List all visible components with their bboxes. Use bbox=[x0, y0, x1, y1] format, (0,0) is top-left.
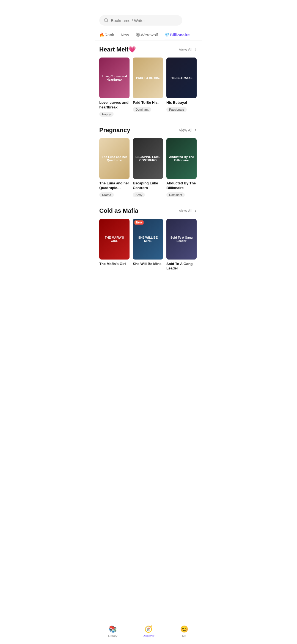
section-title-heart-melt: Heart Melt💗 bbox=[99, 46, 136, 53]
book-cover-img-book-2: PAID TO BE HIS. bbox=[133, 58, 163, 98]
section-header-cold-as-mafia: Cold as MafiaView All bbox=[99, 207, 198, 214]
book-cover-img-book-1: Love, Curves and Heartbreak bbox=[99, 58, 130, 98]
status-bar bbox=[95, 0, 202, 12]
book-cover-book-11: Sold To A Gang Leader bbox=[166, 219, 197, 260]
book-cover-book-2: PAID TO BE HIS. bbox=[133, 58, 163, 98]
category-tabs: 🔥RankNew🐺Werewolf💎Billionaire bbox=[95, 30, 202, 40]
book-cover-book-5: The Luna and her Quadruple bbox=[99, 138, 130, 179]
nav-tab-billionaire[interactable]: 💎Billionaire bbox=[164, 30, 190, 40]
book-cover-book-3: HIS BETRAYAL bbox=[166, 58, 197, 98]
book-card-book-1[interactable]: Love, Curves and HeartbreakLove, curves … bbox=[99, 58, 130, 117]
book-tag-book-5: Drama bbox=[99, 192, 114, 197]
book-tag-book-3: Passionate bbox=[166, 107, 187, 112]
book-card-book-6[interactable]: ESCAPING LUKE CONTREROEscaping Luke Cont… bbox=[133, 138, 163, 197]
book-card-book-10[interactable]: SHE WILL BE MINENewShe Will Be Mine bbox=[133, 219, 163, 273]
nav-tab-werewolf[interactable]: 🐺Werewolf bbox=[136, 30, 158, 40]
view-all-cold-as-mafia[interactable]: View All bbox=[179, 209, 198, 213]
book-card-book-7[interactable]: Abducted By The BillionaireAbducted By T… bbox=[166, 138, 197, 197]
book-tag-book-7: Dominant bbox=[166, 192, 185, 197]
search-icon bbox=[104, 18, 109, 23]
section-header-pregnancy: PregnancyView All bbox=[99, 127, 198, 134]
nav-tab-new[interactable]: New bbox=[121, 30, 129, 40]
book-card-book-5[interactable]: The Luna and her QuadrupleThe Luna and h… bbox=[99, 138, 130, 197]
book-title-book-7: Abducted By The Billionaire bbox=[166, 181, 197, 190]
book-title-book-5: The Luna and her Quadruple… bbox=[99, 181, 130, 190]
view-all-pregnancy[interactable]: View All bbox=[179, 128, 198, 132]
book-card-book-11[interactable]: Sold To A Gang LeaderSold To A Gang Lead… bbox=[166, 219, 197, 273]
book-cover-book-6: ESCAPING LUKE CONTRERO bbox=[133, 138, 163, 179]
book-title-book-3: His Betrayal bbox=[166, 100, 197, 105]
book-card-book-9[interactable]: THE MAFIA'S GIRLThe Mafia's Girl bbox=[99, 219, 130, 273]
main-content: Heart Melt💗View AllLove, Curves and Hear… bbox=[95, 40, 202, 299]
books-row-cold-as-mafia: THE MAFIA'S GIRLThe Mafia's GirlSHE WILL… bbox=[99, 219, 198, 274]
book-cover-book-7: Abducted By The Billionaire bbox=[166, 138, 197, 179]
book-cover-img-book-5: The Luna and her Quadruple bbox=[99, 138, 130, 179]
book-cover-book-9: THE MAFIA'S GIRL bbox=[99, 219, 130, 260]
book-card-book-3[interactable]: HIS BETRAYALHis BetrayalPassionate bbox=[166, 58, 197, 117]
book-title-book-1: Love, curves and heartbreak bbox=[99, 100, 130, 110]
book-cover-img-book-3: HIS BETRAYAL bbox=[166, 58, 197, 98]
book-title-book-2: Paid To Be His. bbox=[133, 100, 163, 105]
section-heart-melt: Heart Melt💗View AllLove, Curves and Hear… bbox=[95, 40, 202, 121]
gift-button[interactable] bbox=[186, 14, 198, 26]
book-cover-img-book-9: THE MAFIA'S GIRL bbox=[99, 219, 130, 260]
section-title-pregnancy: Pregnancy bbox=[99, 127, 130, 134]
view-all-heart-melt[interactable]: View All bbox=[179, 47, 198, 52]
nav-tab-rank[interactable]: 🔥Rank bbox=[99, 30, 114, 40]
book-cover-book-1: Love, Curves and Heartbreak bbox=[99, 58, 130, 98]
section-cold-as-mafia: Cold as MafiaView AllTHE MAFIA'S GIRLThe… bbox=[95, 202, 202, 277]
book-cover-img-book-6: ESCAPING LUKE CONTRERO bbox=[133, 138, 163, 179]
book-card-book-2[interactable]: PAID TO BE HIS.Paid To Be His.Dominant bbox=[133, 58, 163, 117]
search-bar[interactable] bbox=[99, 15, 182, 26]
new-badge-book-10: New bbox=[134, 220, 144, 225]
book-cover-book-10: SHE WILL BE MINENew bbox=[133, 219, 163, 260]
search-input[interactable] bbox=[111, 18, 178, 23]
books-row-pregnancy: The Luna and her QuadrupleThe Luna and h… bbox=[99, 138, 198, 198]
app-header bbox=[95, 12, 202, 30]
section-pregnancy: PregnancyView AllThe Luna and her Quadru… bbox=[95, 121, 202, 202]
books-row-heart-melt: Love, Curves and HeartbreakLove, curves … bbox=[99, 58, 198, 118]
book-cover-img-book-7: Abducted By The Billionaire bbox=[166, 138, 197, 179]
book-tag-book-2: Dominant bbox=[133, 107, 151, 112]
book-cover-img-book-10: SHE WILL BE MINE bbox=[133, 219, 163, 260]
book-title-book-10: She Will Be Mine bbox=[133, 262, 163, 266]
book-tag-book-6: Sexy bbox=[133, 192, 145, 197]
book-title-book-11: Sold To A Gang Leader bbox=[166, 262, 197, 271]
svg-point-0 bbox=[104, 18, 108, 22]
section-header-heart-melt: Heart Melt💗View All bbox=[99, 46, 198, 53]
section-title-cold-as-mafia: Cold as Mafia bbox=[99, 207, 138, 214]
book-title-book-9: The Mafia's Girl bbox=[99, 262, 130, 266]
svg-line-1 bbox=[107, 21, 108, 22]
book-cover-img-book-11: Sold To A Gang Leader bbox=[166, 219, 197, 260]
book-tag-book-1: Happy bbox=[99, 112, 114, 117]
book-title-book-6: Escaping Luke Contrero bbox=[133, 181, 163, 190]
